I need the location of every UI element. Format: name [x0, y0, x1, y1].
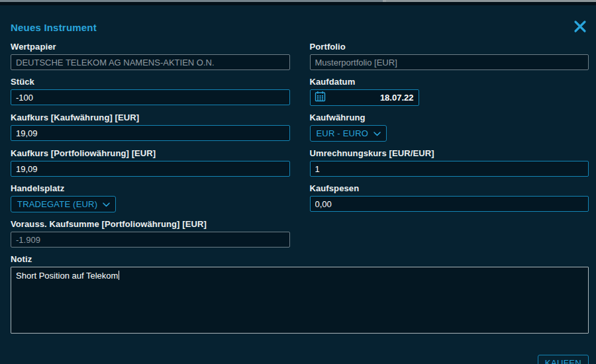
calendar-icon[interactable] [315, 91, 326, 105]
field-portfolio: Portfolio [310, 42, 589, 70]
handelsplatz-select[interactable]: TRADEGATE (EUR) [11, 196, 116, 212]
portfolio-label: Portfolio [310, 42, 589, 52]
kaufdatum-input[interactable]: 18.07.22 [310, 89, 419, 106]
field-wertpapier: Wertpapier [11, 42, 290, 70]
field-umrechnungskurs: Umrechnungskurs [EUR/EUR] [310, 149, 589, 177]
kaufkurs-kaufwaehrung-input[interactable] [11, 125, 290, 141]
wertpapier-input [11, 54, 290, 70]
notiz-textarea[interactable]: Short Position auf Telekom [11, 267, 589, 334]
dialog-header: Neues Instrument [11, 22, 589, 33]
stueck-input[interactable] [11, 89, 290, 105]
wertpapier-label: Wertpapier [11, 42, 290, 52]
field-kaufkurs-kaufwaehrung: Kaufkurs [Kaufwährung] [EUR] [11, 113, 290, 142]
background-tab-strip-right [386, 0, 596, 2]
kaufsumme-input [11, 232, 290, 248]
kaufkurs-kaufwaehrung-label: Kaufkurs [Kaufwährung] [EUR] [11, 113, 290, 122]
portfolio-input [310, 54, 589, 70]
notiz-text: Short Position auf Telekom [16, 271, 118, 281]
dialog-footer: KAUFEN [11, 355, 589, 364]
stueck-label: Stück [11, 77, 290, 87]
field-kaufspesen: Kaufspesen [310, 184, 589, 212]
grid-spacer [310, 220, 589, 255]
kaufspesen-label: Kaufspesen [310, 184, 589, 193]
kaufen-button[interactable]: KAUFEN [538, 355, 589, 364]
kaufspesen-input[interactable] [310, 196, 589, 212]
field-kaufwaehrung: Kaufwährung EUR - EURO [310, 113, 589, 142]
field-notiz: Notiz Short Position auf Telekom [11, 255, 589, 334]
neues-instrument-dialog: Neues Instrument Wertpapier Portfolio St… [0, 5, 596, 364]
chevron-down-icon [373, 128, 381, 138]
handelsplatz-selected-value: TRADEGATE (EUR) [17, 199, 97, 209]
handelsplatz-label: Handelsplatz [11, 184, 290, 193]
umrechnungskurs-label: Umrechnungskurs [EUR/EUR] [310, 149, 589, 158]
kaufkurs-portfoliowaehrung-input[interactable] [11, 161, 290, 177]
kaufwaehrung-label: Kaufwährung [310, 113, 589, 122]
dialog-title: Neues Instrument [11, 22, 589, 33]
kaufdatum-value: 18.07.22 [326, 93, 414, 103]
field-handelsplatz: Handelsplatz TRADEGATE (EUR) [11, 184, 290, 212]
field-kaufdatum: Kaufdatum 18.07.22 [310, 77, 589, 106]
notiz-label: Notiz [11, 255, 589, 264]
background-tab-strip [0, 0, 596, 2]
kaufsumme-label: Vorauss. Kaufsumme [Portfoliowährung] [E… [11, 220, 290, 229]
form-grid: Wertpapier Portfolio Stück Kaufdatum [11, 42, 589, 334]
kaufwaehrung-select[interactable]: EUR - EURO [310, 125, 387, 142]
field-stueck: Stück [11, 77, 290, 106]
field-kaufkurs-portfoliowaehrung: Kaufkurs [Portfoliowährung] [EUR] [11, 149, 290, 177]
kaufkurs-portfoliowaehrung-label: Kaufkurs [Portfoliowährung] [EUR] [11, 149, 290, 158]
kaufdatum-label: Kaufdatum [310, 77, 589, 87]
close-icon [573, 20, 587, 33]
background-tab-strip-left [0, 0, 383, 2]
chevron-down-icon [103, 199, 110, 209]
field-kaufsumme: Vorauss. Kaufsumme [Portfoliowährung] [E… [11, 220, 290, 248]
umrechnungskurs-input[interactable] [310, 161, 589, 177]
close-button[interactable] [573, 20, 587, 33]
text-caret [119, 271, 119, 280]
kaufwaehrung-selected-value: EUR - EURO [317, 128, 369, 138]
